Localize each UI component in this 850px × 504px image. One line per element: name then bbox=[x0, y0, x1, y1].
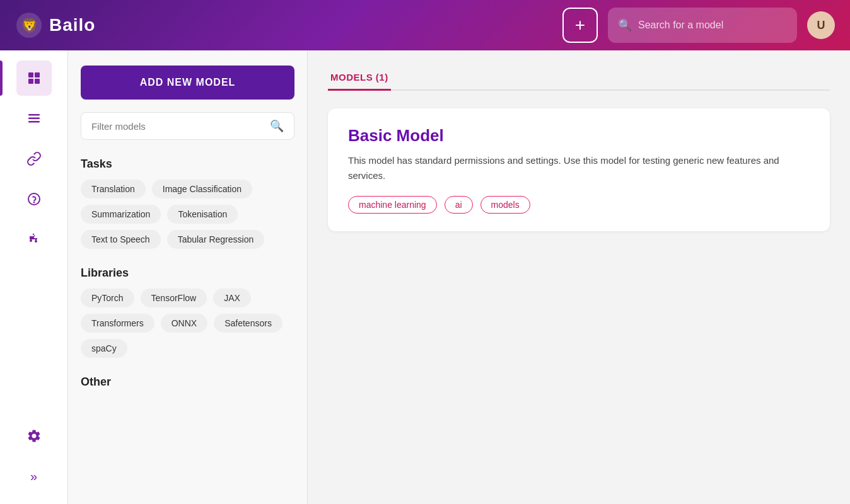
svg-rect-5 bbox=[35, 79, 40, 84]
content-panel: MODELS (1) Basic Model This model has st… bbox=[308, 50, 850, 504]
tasks-title: Tasks bbox=[81, 158, 294, 171]
header-search-box[interactable]: 🔍 bbox=[608, 8, 797, 43]
main-layout: » ADD NEW MODEL 🔍 Tasks Translation Imag… bbox=[0, 50, 850, 504]
filter-models-input[interactable] bbox=[91, 121, 270, 132]
svg-rect-2 bbox=[28, 72, 33, 77]
user-avatar[interactable]: U bbox=[807, 11, 835, 39]
library-tag-pytorch[interactable]: PyTorch bbox=[81, 289, 134, 307]
logo-icon: 🦁 bbox=[15, 11, 43, 39]
libraries-tags: PyTorch TensorFlow JAX Transformers ONNX… bbox=[81, 289, 294, 358]
task-tag-summarization[interactable]: Summarization bbox=[81, 205, 161, 224]
add-new-button[interactable]: + bbox=[562, 8, 598, 43]
libraries-section: Libraries PyTorch TensorFlow JAX Transfo… bbox=[81, 266, 294, 358]
link-icon bbox=[26, 151, 42, 166]
model-card-description: This model has standard permissions and … bbox=[348, 153, 810, 183]
model-card: Basic Model This model has standard perm… bbox=[328, 108, 830, 231]
model-tags-row: machine learning ai models bbox=[348, 196, 810, 214]
task-tag-text-to-speech[interactable]: Text to Speech bbox=[81, 230, 161, 249]
library-tag-tensorflow[interactable]: TensorFlow bbox=[141, 289, 207, 307]
svg-rect-6 bbox=[28, 114, 40, 116]
model-card-title: Basic Model bbox=[348, 126, 810, 146]
settings-icon bbox=[26, 428, 42, 444]
filter-search-icon[interactable]: 🔍 bbox=[270, 119, 284, 133]
sidebar-item-expand[interactable]: » bbox=[16, 459, 52, 494]
library-tag-jax[interactable]: JAX bbox=[213, 289, 251, 307]
sidebar-nav: » bbox=[0, 50, 68, 504]
library-tag-transformers[interactable]: Transformers bbox=[81, 314, 154, 333]
sidebar-item-settings[interactable] bbox=[16, 418, 52, 454]
header-search-icon: 🔍 bbox=[618, 18, 632, 32]
puzzle-icon bbox=[26, 232, 42, 247]
svg-rect-3 bbox=[35, 72, 40, 77]
libraries-title: Libraries bbox=[81, 266, 294, 280]
sidebar-item-links[interactable] bbox=[16, 141, 52, 176]
logo-area: 🦁 Bailo bbox=[15, 11, 552, 39]
help-icon bbox=[26, 192, 42, 207]
sidebar-item-list[interactable] bbox=[16, 101, 52, 136]
add-model-button[interactable]: ADD NEW MODEL bbox=[81, 66, 294, 100]
sidebar-item-help[interactable] bbox=[16, 181, 52, 217]
models-tab-bar: MODELS (1) bbox=[328, 66, 830, 91]
model-tag-models[interactable]: models bbox=[480, 196, 530, 214]
logo-text: Bailo bbox=[49, 15, 95, 35]
other-title: Other bbox=[81, 375, 294, 389]
svg-text:🦁: 🦁 bbox=[21, 17, 38, 34]
svg-rect-4 bbox=[28, 79, 33, 84]
left-panel: ADD NEW MODEL 🔍 Tasks Translation Image … bbox=[68, 50, 308, 504]
model-tag-ai[interactable]: ai bbox=[445, 196, 473, 214]
task-tag-tabular-regression[interactable]: Tabular Regression bbox=[167, 230, 265, 249]
header: 🦁 Bailo + 🔍 U bbox=[0, 0, 850, 50]
library-tag-onnx[interactable]: ONNX bbox=[161, 314, 207, 333]
tasks-tags: Translation Image Classification Summari… bbox=[81, 180, 294, 249]
model-tag-machine-learning[interactable]: machine learning bbox=[348, 196, 437, 214]
header-search-input[interactable] bbox=[638, 20, 787, 31]
svg-rect-7 bbox=[28, 118, 40, 120]
list-icon bbox=[26, 111, 42, 126]
filter-models-box[interactable]: 🔍 bbox=[81, 112, 294, 140]
task-tag-tokenisation[interactable]: Tokenisation bbox=[167, 205, 238, 224]
library-tag-safetensors[interactable]: Safetensors bbox=[214, 314, 282, 333]
models-tab[interactable]: MODELS (1) bbox=[328, 66, 391, 91]
grid-icon bbox=[26, 71, 42, 86]
svg-rect-8 bbox=[28, 121, 40, 123]
svg-point-10 bbox=[33, 202, 34, 203]
library-tag-spacy[interactable]: spaCy bbox=[81, 339, 127, 358]
sidebar-item-grid[interactable] bbox=[16, 60, 52, 96]
other-section: Other bbox=[81, 375, 294, 389]
task-tag-image-classification[interactable]: Image Classification bbox=[152, 180, 252, 198]
chevron-right-icon: » bbox=[30, 469, 37, 484]
task-tag-translation[interactable]: Translation bbox=[81, 180, 146, 198]
tasks-section: Tasks Translation Image Classification S… bbox=[81, 158, 294, 249]
sidebar-item-extensions[interactable] bbox=[16, 222, 52, 257]
